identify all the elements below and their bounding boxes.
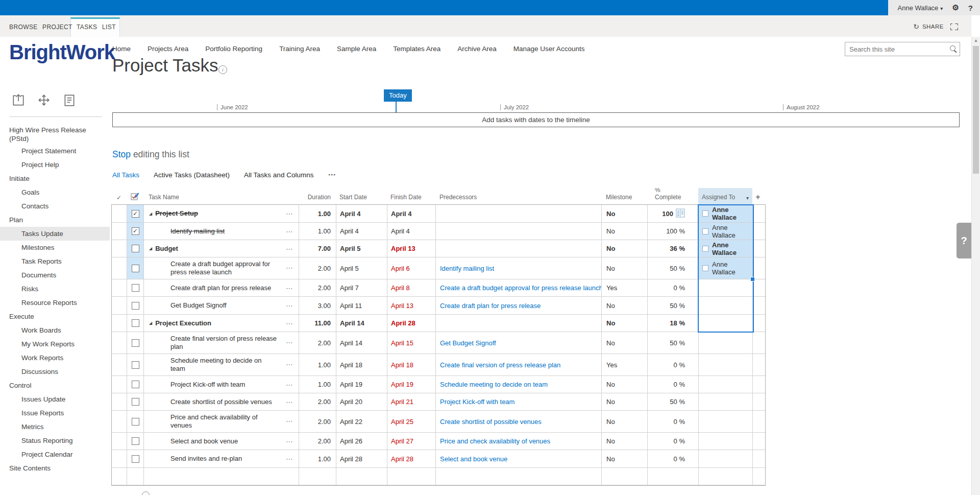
duration-cell[interactable]: 7.00 <box>299 240 336 257</box>
duration-cell[interactable]: 1.00 <box>299 376 336 393</box>
finish-date-cell[interactable]: April 27 <box>387 433 436 450</box>
timeline-bar[interactable]: Add tasks with dates to the timeline <box>112 112 960 127</box>
row-menu-icon[interactable]: ⋯ <box>286 209 293 218</box>
search-icon[interactable] <box>950 45 955 51</box>
row-checkbox-cell[interactable] <box>127 315 144 332</box>
export-icon[interactable] <box>11 93 26 109</box>
spare-column-cell[interactable] <box>753 433 764 450</box>
assigned-to-cell[interactable] <box>699 393 753 410</box>
sidebar-item-initiate[interactable]: Initiate <box>0 172 110 185</box>
percent-complete-cell[interactable]: 50 % <box>648 297 699 314</box>
percent-complete-cell[interactable] <box>648 468 699 485</box>
assignee-checkbox[interactable] <box>702 228 708 234</box>
row-selector-cell[interactable] <box>112 433 127 450</box>
finish-date-cell[interactable] <box>387 468 436 485</box>
predecessor-link[interactable]: Create draft plan for press release <box>440 302 541 310</box>
predecessors-cell[interactable] <box>436 223 602 240</box>
assignee-checkbox[interactable] <box>702 210 708 217</box>
row-checkbox[interactable] <box>132 398 139 406</box>
scroll-up-icon[interactable]: ▲ <box>972 38 980 43</box>
spare-column-cell[interactable] <box>753 354 764 375</box>
nav-item-training-area[interactable]: Training Area <box>279 45 320 53</box>
row-checkbox-cell[interactable] <box>127 279 144 296</box>
row-checkbox[interactable] <box>132 381 139 388</box>
spare-column-cell[interactable] <box>753 257 764 279</box>
duration-cell[interactable]: 2.00 <box>299 257 336 279</box>
start-date-cell[interactable] <box>336 468 387 485</box>
predecessors-cell[interactable]: Project Kick-off with team <box>436 393 602 410</box>
sidebar-item-site-contents[interactable]: Site Contents <box>0 461 110 475</box>
assigned-to-cell[interactable] <box>699 332 753 353</box>
view-active-tasks-datasheet[interactable]: Active Tasks (Datasheet) <box>154 171 230 179</box>
start-date-cell[interactable]: April 4 <box>336 223 387 240</box>
task-name-cell[interactable]: Create a draft budget approval for press… <box>144 257 299 279</box>
finish-date-cell[interactable]: April 18 <box>387 354 436 375</box>
start-date-cell[interactable]: April 28 <box>336 450 387 467</box>
assigned-to-cell[interactable] <box>699 279 753 296</box>
duration-cell[interactable]: 1.00 <box>299 223 336 240</box>
assignee-checkbox[interactable] <box>702 246 708 252</box>
percent-complete-cell[interactable]: 36 % <box>648 240 699 257</box>
column-header-start-date[interactable]: Start Date <box>336 188 387 204</box>
start-date-cell[interactable]: April 14 <box>336 315 387 332</box>
percent-complete-cell[interactable]: 50 % <box>648 393 699 410</box>
sidebar-item-execute[interactable]: Execute <box>0 310 110 323</box>
row-menu-icon[interactable]: ⋯ <box>286 437 293 445</box>
predecessors-cell[interactable]: Select and book venue <box>436 450 602 467</box>
scrollbar-thumb[interactable] <box>973 46 979 174</box>
row-checkbox[interactable] <box>132 361 139 369</box>
start-date-cell[interactable]: April 5 <box>336 257 387 279</box>
milestone-cell[interactable]: No <box>602 393 648 410</box>
row-selector-cell[interactable] <box>112 223 127 240</box>
row-menu-icon[interactable]: ⋯ <box>286 319 293 327</box>
row-checkbox-cell[interactable] <box>127 393 144 410</box>
expand-triangle-icon[interactable]: ◢ <box>149 246 152 251</box>
row-selector-cell[interactable] <box>112 279 127 296</box>
duration-cell[interactable]: 2.00 <box>299 393 336 410</box>
predecessor-link[interactable]: Identify mailing list <box>440 265 494 272</box>
row-checkbox[interactable] <box>132 339 139 347</box>
row-menu-icon[interactable]: ⋯ <box>286 398 293 406</box>
row-selector-cell[interactable] <box>112 205 127 222</box>
row-checkbox-cell[interactable] <box>127 376 144 393</box>
nav-item-portfolio-reporting[interactable]: Portfolio Reporting <box>205 45 262 53</box>
task-name-cell[interactable]: Select and book venue⋯ <box>144 433 299 450</box>
finish-date-cell[interactable]: April 4 <box>387 223 436 240</box>
finish-date-cell[interactable]: April 15 <box>387 332 436 353</box>
predecessors-cell[interactable] <box>436 315 602 332</box>
assigned-to-cell[interactable]: Anne Wallace <box>699 205 753 222</box>
finish-date-cell[interactable]: April 25 <box>387 411 436 432</box>
tab-list[interactable]: LIST <box>102 23 116 31</box>
sidebar-item-task-reports[interactable]: Task Reports <box>0 254 110 268</box>
sidebar-item-metrics[interactable]: Metrics <box>0 420 110 434</box>
nav-item-manage-user-accounts[interactable]: Manage User Accounts <box>513 45 585 53</box>
spare-column-cell[interactable] <box>753 468 764 485</box>
milestone-cell[interactable]: No <box>602 257 648 279</box>
row-menu-icon[interactable]: ⋯ <box>286 381 293 389</box>
predecessor-link[interactable]: Schedule meeting to decide on team <box>440 381 548 388</box>
brightwork-logo[interactable]: BrightWork <box>9 41 115 64</box>
predecessors-cell[interactable]: Create a draft budget approval for press… <box>436 279 602 296</box>
spare-column-cell[interactable] <box>753 223 764 240</box>
column-header-finish-date[interactable]: Finish Date <box>387 188 435 204</box>
row-checkbox-cell[interactable] <box>127 332 144 353</box>
percent-complete-cell[interactable]: 50 % <box>648 257 699 279</box>
tab-browse[interactable]: BROWSE <box>9 23 38 31</box>
duration-cell[interactable]: 3.00 <box>299 297 336 314</box>
view-all-tasks[interactable]: All Tasks <box>112 171 139 179</box>
spare-column-cell[interactable] <box>753 376 764 393</box>
row-checkbox[interactable] <box>132 245 139 252</box>
predecessor-link[interactable]: Project Kick-off with team <box>440 398 514 406</box>
row-checkbox-cell[interactable]: ✓ <box>127 205 144 222</box>
row-checkbox-cell[interactable] <box>127 411 144 432</box>
sidebar-item-risks[interactable]: Risks <box>0 282 110 296</box>
share-button[interactable]: ↻ SHARE <box>913 22 944 31</box>
task-name-cell[interactable] <box>144 468 299 485</box>
milestone-cell[interactable]: Yes <box>602 279 648 296</box>
milestone-cell[interactable]: Yes <box>602 354 648 375</box>
percent-complete-cell[interactable]: 50 % <box>648 332 699 353</box>
percent-complete-cell[interactable]: 0 % <box>648 376 699 393</box>
row-menu-icon[interactable]: ⋯ <box>286 338 293 346</box>
task-name-cell[interactable]: ◢Project Setup⋯ <box>144 205 299 222</box>
finish-date-cell[interactable]: April 4 <box>387 205 436 222</box>
